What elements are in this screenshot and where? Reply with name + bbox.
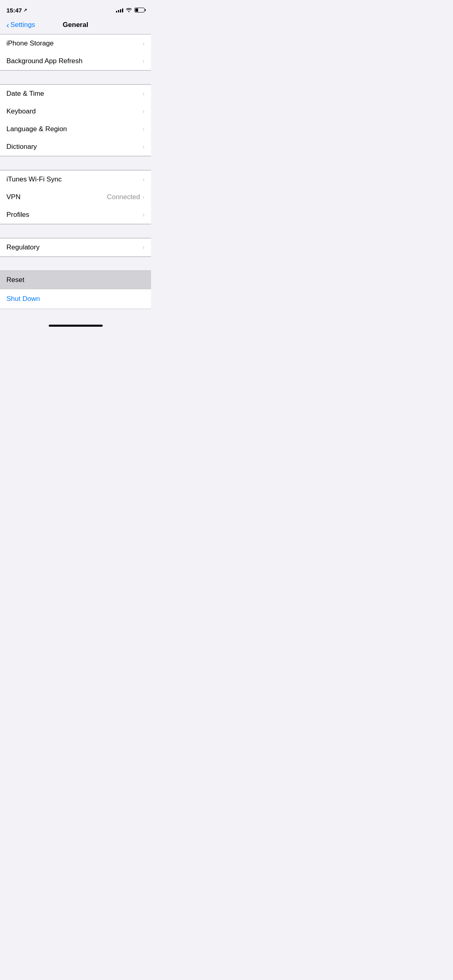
location-icon: ↗ bbox=[23, 8, 27, 13]
section-gap-1 bbox=[0, 70, 151, 84]
reset-right: › bbox=[143, 276, 145, 284]
chevron-icon: › bbox=[143, 143, 145, 150]
chevron-icon: › bbox=[143, 108, 145, 115]
shutdown-label: Shut Down bbox=[6, 295, 40, 303]
background-app-refresh-right: › bbox=[143, 58, 145, 65]
signal-bar-4 bbox=[122, 8, 123, 12]
signal-bar-1 bbox=[116, 11, 117, 12]
page-wrapper: 15:47 ↗ ‹ Sett bbox=[0, 0, 151, 333]
row-iphone-storage[interactable]: iPhone Storage › bbox=[0, 35, 151, 52]
row-regulatory[interactable]: Regulatory › bbox=[0, 239, 151, 256]
status-bar: 15:47 ↗ bbox=[0, 0, 151, 18]
date-time-right: › bbox=[143, 90, 145, 97]
row-dictionary[interactable]: Dictionary › bbox=[0, 138, 151, 156]
signal-bar-3 bbox=[120, 9, 121, 12]
section-itunes: iTunes Wi-Fi Sync › VPN Connected › Prof… bbox=[0, 170, 151, 224]
row-vpn[interactable]: VPN Connected › bbox=[0, 188, 151, 206]
row-profiles[interactable]: Profiles › bbox=[0, 206, 151, 224]
shutdown-section: Shut Down bbox=[0, 289, 151, 309]
page-title: General bbox=[63, 21, 88, 29]
section-storage: iPhone Storage › Background App Refresh … bbox=[0, 34, 151, 70]
back-chevron-icon: ‹ bbox=[6, 21, 9, 29]
home-indicator bbox=[0, 321, 151, 330]
row-itunes-wifi-sync[interactable]: iTunes Wi-Fi Sync › bbox=[0, 171, 151, 188]
regulatory-label: Regulatory bbox=[6, 243, 39, 251]
content: iPhone Storage › Background App Refresh … bbox=[0, 34, 151, 309]
section-gap-3 bbox=[0, 224, 151, 238]
nav-bar: ‹ Settings General bbox=[0, 18, 151, 34]
status-time: 15:47 ↗ bbox=[6, 7, 27, 14]
reset-label: Reset bbox=[6, 276, 24, 284]
keyboard-right: › bbox=[143, 108, 145, 115]
chevron-icon: › bbox=[143, 176, 145, 183]
time-label: 15:47 bbox=[6, 7, 22, 14]
wifi-icon bbox=[126, 7, 132, 13]
regulatory-right: › bbox=[143, 244, 145, 251]
chevron-icon: › bbox=[143, 211, 145, 218]
battery-icon bbox=[134, 8, 145, 12]
chevron-icon: › bbox=[143, 244, 145, 251]
chevron-icon: › bbox=[143, 126, 145, 133]
keyboard-label: Keyboard bbox=[6, 107, 36, 115]
profiles-label: Profiles bbox=[6, 211, 29, 219]
section-reset: Reset › bbox=[0, 271, 151, 289]
iphone-storage-label: iPhone Storage bbox=[6, 39, 54, 47]
home-indicator-area bbox=[0, 309, 151, 333]
language-region-right: › bbox=[143, 126, 145, 133]
home-bar bbox=[49, 325, 103, 327]
row-date-time[interactable]: Date & Time › bbox=[0, 85, 151, 103]
language-region-label: Language & Region bbox=[6, 125, 67, 133]
vpn-label: VPN bbox=[6, 193, 21, 201]
row-background-app-refresh[interactable]: Background App Refresh › bbox=[0, 52, 151, 70]
itunes-wifi-sync-label: iTunes Wi-Fi Sync bbox=[6, 175, 62, 183]
vpn-value: Connected bbox=[107, 193, 140, 201]
section-gap-4 bbox=[0, 257, 151, 271]
date-time-label: Date & Time bbox=[6, 90, 44, 98]
battery-fill bbox=[135, 8, 138, 12]
itunes-wifi-sync-right: › bbox=[143, 176, 145, 183]
row-reset[interactable]: Reset › bbox=[0, 271, 151, 289]
signal-bars-icon bbox=[116, 8, 123, 12]
chevron-icon: › bbox=[143, 40, 145, 47]
chevron-icon: › bbox=[143, 276, 145, 284]
shutdown-row[interactable]: Shut Down bbox=[0, 289, 151, 309]
iphone-storage-right: › bbox=[143, 40, 145, 47]
chevron-icon: › bbox=[143, 58, 145, 65]
chevron-icon: › bbox=[143, 194, 145, 201]
chevron-icon: › bbox=[143, 90, 145, 97]
row-keyboard[interactable]: Keyboard › bbox=[0, 103, 151, 120]
back-button[interactable]: ‹ Settings bbox=[6, 21, 35, 29]
background-app-refresh-label: Background App Refresh bbox=[6, 57, 83, 65]
profiles-right: › bbox=[143, 211, 145, 218]
section-regulatory: Regulatory › bbox=[0, 238, 151, 257]
row-language-region[interactable]: Language & Region › bbox=[0, 120, 151, 138]
section-gap-2 bbox=[0, 156, 151, 170]
back-label: Settings bbox=[10, 21, 35, 29]
vpn-right: Connected › bbox=[107, 193, 145, 201]
dictionary-label: Dictionary bbox=[6, 143, 37, 151]
signal-bar-2 bbox=[118, 10, 119, 12]
section-datetime: Date & Time › Keyboard › Language & Regi… bbox=[0, 84, 151, 156]
status-right bbox=[116, 7, 145, 13]
dictionary-right: › bbox=[143, 143, 145, 150]
